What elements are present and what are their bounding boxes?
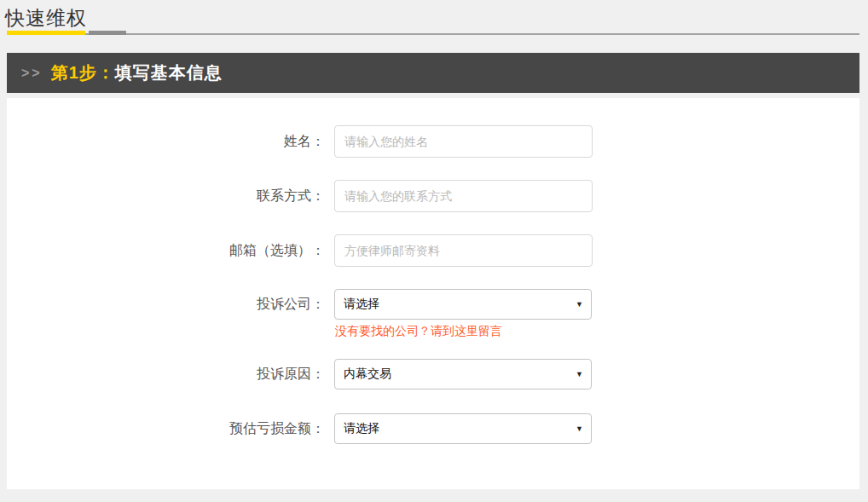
step-chevrons-icon: >>: [21, 66, 43, 81]
complaint-reason-selected-value: 内幕交易: [344, 366, 391, 382]
step-bar: >> 第1步 ： 填写基本信息: [7, 53, 859, 93]
estimated-loss-select[interactable]: 请选择 ▼: [334, 413, 592, 444]
basic-info-form: 姓名： 联系方式： 邮箱（选填）： 投诉公司： 请选择 ▼: [7, 125, 859, 444]
name-field: [334, 125, 593, 158]
company-field: 请选择 ▼ 没有要找的公司？请到这里留言: [334, 289, 592, 339]
loss-label: 预估亏损金额：: [7, 420, 334, 438]
name-input[interactable]: [334, 125, 593, 158]
email-label: 邮箱（选填）：: [7, 242, 334, 260]
form-row-loss: 预估亏损金额： 请选择 ▼: [7, 413, 859, 444]
email-input[interactable]: [334, 234, 593, 267]
step-number: 第1步: [51, 61, 97, 84]
step-title: 填写基本信息: [115, 61, 223, 84]
loss-field: 请选择 ▼: [334, 413, 592, 444]
dropdown-arrow-icon: ▼: [576, 301, 583, 309]
email-field: [334, 234, 593, 267]
company-label: 投诉公司：: [7, 289, 334, 320]
title-underline-accent: [7, 31, 85, 35]
reason-field: 内幕交易 ▼: [334, 359, 592, 389]
form-panel: 姓名： 联系方式： 邮箱（选填）： 投诉公司： 请选择 ▼: [7, 98, 859, 489]
contact-input[interactable]: [334, 180, 593, 212]
company-feedback-link[interactable]: 没有要找的公司？请到这里留言: [335, 324, 502, 339]
dropdown-arrow-icon: ▼: [576, 371, 583, 378]
title-underline-secondary: [89, 31, 126, 35]
reason-label: 投诉原因：: [7, 366, 334, 384]
contact-label: 联系方式：: [7, 188, 334, 205]
form-row-email: 邮箱（选填）：: [7, 234, 859, 267]
form-row-contact: 联系方式：: [7, 180, 859, 212]
form-row-name: 姓名：: [7, 125, 859, 158]
dropdown-arrow-icon: ▼: [576, 425, 583, 433]
title-underline: [7, 33, 859, 35]
estimated-loss-selected-value: 请选择: [344, 421, 379, 436]
complaint-company-selected-value: 请选择: [344, 297, 379, 312]
form-row-reason: 投诉原因： 内幕交易 ▼: [7, 359, 859, 389]
complaint-company-select[interactable]: 请选择 ▼: [334, 289, 592, 320]
name-label: 姓名：: [7, 133, 334, 151]
form-row-company: 投诉公司： 请选择 ▼ 没有要找的公司？请到这里留言: [7, 289, 859, 339]
page-title: 快速维权: [5, 5, 87, 32]
complaint-reason-select[interactable]: 内幕交易 ▼: [334, 359, 592, 389]
contact-field: [334, 180, 593, 212]
step-separator: ：: [97, 61, 115, 84]
